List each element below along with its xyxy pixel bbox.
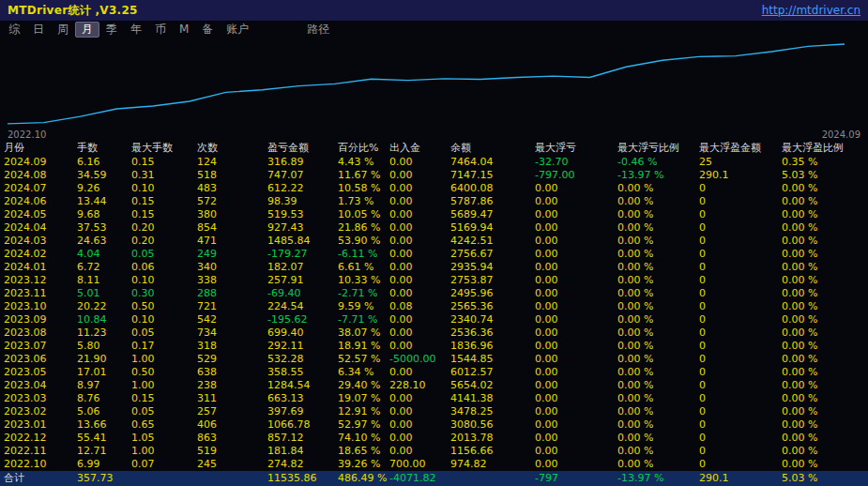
data-cell: 471 [197, 235, 267, 248]
column-header-12[interactable]: 最大浮盈比例 [782, 142, 868, 155]
data-cell: 0.05 [131, 248, 197, 261]
table-row[interactable]: 2024.0437.530.20854927.4321.86 %0.005169… [4, 221, 868, 235]
menu-item-2[interactable]: 日 [26, 22, 51, 38]
data-cell: 0.00 [535, 366, 617, 379]
data-cell: 5689.47 [450, 208, 535, 221]
data-cell: 1.00 [131, 353, 197, 366]
data-cell: -179.27 [267, 248, 338, 261]
table-row[interactable]: 2023.0621.901.00529532.2852.57 %-5000.00… [4, 353, 868, 366]
data-cell: 4242.51 [450, 235, 535, 248]
table-row[interactable]: 2023.128.110.10338257.9110.33 %0.002753.… [4, 274, 868, 287]
data-cell: 0.00 [389, 248, 450, 261]
menu-item-9[interactable]: 备 [195, 22, 220, 38]
column-header-4[interactable]: 次数 [197, 142, 267, 155]
table-row[interactable]: 2024.079.260.10483612.2210.58 %0.006400.… [4, 182, 868, 195]
table-row[interactable]: 2022.1255.411.05863857.1274.10 %0.002013… [4, 432, 868, 445]
data-cell: 6.61 % [338, 261, 389, 274]
table-row[interactable]: 2022.1112.711.00519181.8418.65 %0.001156… [4, 445, 868, 458]
table-row[interactable]: 2024.016.720.06340182.076.61 %0.002935.9… [4, 261, 868, 274]
data-cell: 9.59 % [338, 300, 389, 313]
column-header-6[interactable]: 百分比% [338, 142, 389, 155]
table-row[interactable]: 2023.025.060.05257397.6912.91 %0.003478.… [4, 405, 868, 418]
menu-item-10[interactable]: 账户 [220, 22, 255, 38]
data-cell: 0.00 % [617, 287, 699, 300]
data-cell: 8.76 [77, 392, 131, 405]
column-header-9[interactable]: 最大浮亏 [535, 142, 617, 155]
data-cell: 290.1 [699, 472, 782, 485]
data-cell: 0.00 [389, 221, 450, 235]
data-cell: 927.43 [267, 221, 338, 235]
data-cell: 0.00 % [617, 235, 699, 248]
data-cell: 0.00 [535, 182, 617, 195]
menu-bar: 综日周月季年币M备账户路径 [0, 21, 868, 38]
table-row[interactable]: 2023.115.010.30288-69.40-2.71 %0.002495.… [4, 287, 868, 300]
column-header-3[interactable]: 最大手数 [131, 142, 197, 155]
table-row[interactable]: 2023.0811.230.05734699.4038.07 %0.002536… [4, 327, 868, 340]
website-link[interactable]: http://mtdriver.cn [762, 4, 860, 17]
table-row[interactable]: 2023.075.800.17318292.1118.91 %0.001836.… [4, 340, 868, 353]
row-month-cell: 2024.01 [4, 261, 77, 274]
data-cell: 37.53 [77, 221, 131, 235]
data-cell: 0.00 % [782, 366, 868, 379]
table-row[interactable]: 2023.048.971.002381284.5429.40 %228.1056… [4, 379, 868, 392]
column-header-10[interactable]: 最大浮亏比例 [617, 142, 699, 155]
table-row[interactable]: 2024.024.040.05249-179.27-6.11 %0.002756… [4, 248, 868, 261]
table-row[interactable]: 2022.106.990.07245274.8239.26 %700.00974… [4, 458, 868, 471]
data-cell: 0.00 % [617, 327, 699, 340]
data-cell: 21.86 % [338, 221, 389, 235]
column-header-2[interactable]: 手数 [77, 142, 131, 155]
data-cell: -13.97 % [617, 472, 699, 485]
data-cell: 38.07 % [338, 327, 389, 340]
table-body: 2024.096.160.15124316.894.43 %0.007464.0… [4, 156, 868, 471]
column-header-5[interactable]: 盈亏金额 [267, 142, 338, 155]
data-cell: 0.00 % [782, 432, 868, 445]
data-cell: 0 [699, 458, 782, 471]
data-cell: 0.00 [535, 432, 617, 445]
table-row[interactable]: 2024.059.680.15380519.5310.05 %0.005689.… [4, 208, 868, 221]
data-cell: 0.08 [389, 300, 450, 313]
data-cell: 0 [699, 327, 782, 340]
data-cell: 8.11 [77, 274, 131, 287]
equity-curve-line [8, 44, 845, 124]
data-cell: 0 [699, 445, 782, 458]
data-cell: 0.31 [131, 169, 197, 182]
table-row[interactable]: 2024.0834.590.31518747.0711.67 %0.007147… [4, 169, 868, 182]
mtdriver-app: MTDriver统计 ,V3.25 http://mtdriver.cn 综日周… [0, 0, 868, 486]
data-cell: 5.03 % [782, 472, 868, 485]
table-row[interactable]: 2024.0324.630.204711485.8453.90 %0.00424… [4, 235, 868, 248]
data-cell: 518 [197, 169, 267, 182]
table-row[interactable]: 2023.1020.220.50721224.549.59 %0.082565.… [4, 300, 868, 313]
data-cell: 380 [197, 208, 267, 221]
column-header-7[interactable]: 出入金 [389, 142, 450, 155]
data-cell: 6012.57 [450, 366, 535, 379]
data-cell: 0 [699, 248, 782, 261]
table-row[interactable]: 2023.0910.840.10542-195.62-7.71 %0.00234… [4, 313, 868, 327]
table-row[interactable]: 2024.096.160.15124316.894.43 %0.007464.0… [4, 156, 868, 169]
menu-item-7[interactable]: 币 [148, 22, 173, 38]
data-cell: 0.00 % [617, 458, 699, 471]
data-cell: 0.00 % [782, 287, 868, 300]
column-header-11[interactable]: 最大浮盈金额 [699, 142, 782, 155]
menu-item-6[interactable]: 年 [124, 22, 148, 38]
data-cell: 0.00 % [782, 458, 868, 471]
data-cell: 13.44 [77, 195, 131, 208]
table-row[interactable]: 2023.038.760.15311663.1319.07 %0.004141.… [4, 392, 868, 405]
table-row[interactable]: 2023.0517.010.50638358.556.34 %0.006012.… [4, 366, 868, 379]
data-cell: 257 [197, 405, 267, 418]
table-row[interactable]: 2024.0613.440.1557298.391.73 %0.005787.8… [4, 195, 868, 208]
menu-item-8[interactable]: M [173, 22, 195, 38]
data-cell: 0 [699, 208, 782, 221]
column-header-8[interactable]: 余额 [450, 142, 535, 155]
data-cell: 0.00 [535, 221, 617, 235]
table-row[interactable]: 2023.0113.660.654061066.7852.97 %0.00308… [4, 418, 868, 432]
menu-item-4[interactable]: 月 [75, 22, 99, 38]
data-cell: 9.26 [77, 182, 131, 195]
menu-item-3[interactable]: 周 [51, 22, 75, 38]
app-title: MTDriver统计 ,V3.25 [8, 3, 138, 19]
menu-item-11[interactable]: 路径 [300, 22, 336, 38]
column-header-1[interactable]: 月份 [4, 142, 77, 155]
data-cell: 0.00 % [617, 353, 699, 366]
menu-item-5[interactable]: 季 [99, 22, 124, 38]
data-cell: 0.06 [131, 261, 197, 274]
menu-item-1[interactable]: 综 [2, 22, 26, 38]
